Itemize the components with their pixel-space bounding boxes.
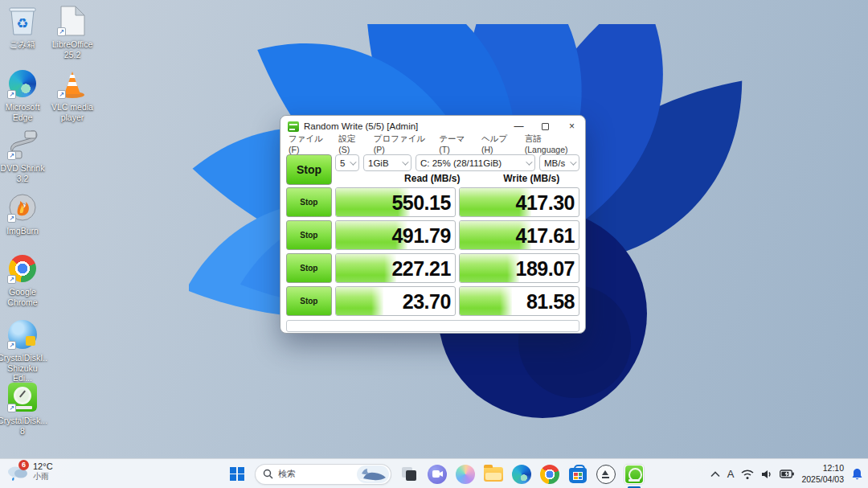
menu-settings[interactable]: 設定(S) <box>338 133 363 154</box>
desktop-icon-label: Google Chrome <box>0 287 48 307</box>
search-box[interactable]: 検索 <box>255 464 391 485</box>
benchmark-row: Stop 23.70 81.58 <box>286 286 579 316</box>
copilot-icon <box>456 465 475 484</box>
edge-icon <box>512 465 531 484</box>
menu-theme[interactable]: テーマ(T) <box>439 133 471 154</box>
edge-button[interactable] <box>511 464 532 485</box>
file-explorer-button[interactable] <box>483 464 504 485</box>
chrome-button[interactable] <box>539 464 560 485</box>
stop-row-button[interactable]: Stop <box>286 220 332 250</box>
svg-text:♻: ♻ <box>16 16 28 31</box>
tray-chevron-up-icon[interactable] <box>710 471 720 478</box>
benchmark-row: Stop 227.21 189.07 <box>286 253 579 283</box>
desktop-icon-crystaldiskinfo[interactable]: ↗ CrystalDiskI.. Shizuku Edi... <box>0 318 48 383</box>
desktop-icon-label: ごみ箱 <box>0 39 48 50</box>
menu-profile[interactable]: プロファイル(P) <box>374 133 429 154</box>
desktop-icon-label: ImgBurn <box>0 226 48 236</box>
battery-icon[interactable] <box>780 470 794 478</box>
read-value: 227.21 <box>391 256 450 280</box>
search-placeholder: 検索 <box>278 468 357 480</box>
stop-row-button[interactable]: Stop <box>286 187 332 217</box>
chrome-icon <box>540 465 559 484</box>
menu-language[interactable]: 言語(Language) <box>525 133 577 154</box>
desktop-icon-label: CrystalDisk... 8 <box>0 416 48 436</box>
chat-button[interactable] <box>427 464 448 485</box>
window-title: Random Write (5/5) [Admin] <box>304 121 506 131</box>
menu-help[interactable]: ヘルプ(H) <box>481 133 514 154</box>
read-bar <box>336 287 383 315</box>
shortcut-arrow-icon: ↗ <box>7 341 16 350</box>
write-value: 189.07 <box>516 256 575 280</box>
desktop-icon-imgburn[interactable]: ↗ ImgBurn <box>0 191 48 236</box>
read-bar <box>336 254 397 282</box>
weather-widget[interactable]: 6 12°C 小雨 <box>6 461 53 482</box>
crystaldiskmark-window: Random Write (5/5) [Admin] — × ファイル(F) 設… <box>280 115 586 334</box>
write-column-header: Write (MB/s) <box>484 173 580 184</box>
recycle-bin-icon: ♻ <box>9 6 36 36</box>
target-drive-select[interactable]: C: 25% (28/111GiB) <box>416 154 535 171</box>
desktop-icon-crystaldiskmark[interactable]: ↗ CrystalDisk... 8 <box>0 381 48 436</box>
desktop-icon-label: DVD Shrink 3.2 <box>0 163 48 183</box>
benchmark-row: Stop 491.79 417.61 <box>286 220 579 250</box>
column-headers: Read (MB/s) Write (MB/s) <box>384 171 579 184</box>
clock[interactable]: 12:10 2025/04/03 <box>801 463 844 484</box>
volume-icon[interactable] <box>761 470 772 479</box>
copilot-button[interactable] <box>455 464 476 485</box>
write-value: 417.61 <box>516 223 575 247</box>
desktop-icon-recycle-bin[interactable]: ♻ ごみ箱 <box>0 5 48 50</box>
desktop-icon-google-chrome[interactable]: ↗ Google Chrome <box>0 252 48 307</box>
shortcut-arrow-icon: ↗ <box>57 27 66 36</box>
stop-row-button[interactable]: Stop <box>286 286 332 316</box>
crystaldiskmark-taskbar-button[interactable] <box>624 464 645 485</box>
write-result-cell: 417.30 <box>459 187 579 217</box>
write-result-cell: 189.07 <box>459 253 579 283</box>
task-view-button[interactable] <box>399 464 420 485</box>
notification-badge: 6 <box>18 460 29 470</box>
shortcut-arrow-icon: ↗ <box>7 275 16 284</box>
desktop-icon-microsoft-edge[interactable]: ↗ Microsoft Edge <box>0 68 48 122</box>
read-result-cell: 23.70 <box>335 286 456 316</box>
read-result-cell: 491.79 <box>335 220 456 250</box>
read-value: 23.70 <box>403 289 451 313</box>
desktop-icon-dvd-shrink[interactable]: ↗ DVD Shrink 3.2 <box>0 129 48 183</box>
benchmark-row: Stop 550.15 417.30 <box>286 187 579 217</box>
chat-icon <box>428 465 447 484</box>
chevron-down-icon <box>402 158 408 165</box>
shortcut-arrow-icon: ↗ <box>7 214 16 223</box>
read-value: 491.79 <box>391 223 450 247</box>
chevron-down-icon <box>526 158 532 165</box>
store-button[interactable] <box>567 464 588 485</box>
test-count-select[interactable]: 5 <box>335 154 359 171</box>
search-icon <box>263 469 273 479</box>
unit-select[interactable]: MB/s <box>539 154 579 171</box>
crystaldiskmark-icon <box>625 465 643 483</box>
desktop-icon-vlc[interactable]: ↗ VLC media player <box>47 68 98 122</box>
write-value: 417.30 <box>516 191 575 214</box>
stop-all-button[interactable]: Stop <box>286 154 332 185</box>
crystaldiskmark-app-icon <box>288 121 299 132</box>
eject-icon <box>596 465 616 484</box>
write-result-cell: 417.61 <box>459 220 579 250</box>
test-size-select[interactable]: 1GiB <box>363 154 411 171</box>
shortcut-arrow-icon: ↗ <box>7 90 16 99</box>
desktop-icon-label: CrystalDiskI.. Shizuku Edi... <box>0 353 48 383</box>
file-explorer-icon <box>484 467 503 482</box>
search-daily-image <box>357 465 389 483</box>
ime-indicator[interactable]: A <box>727 468 735 480</box>
wifi-icon[interactable] <box>741 470 754 479</box>
menu-file[interactable]: ファイル(F) <box>289 133 328 154</box>
menubar: ファイル(F) 設定(S) プロファイル(P) テーマ(T) ヘルプ(H) 言語… <box>280 137 585 151</box>
stop-row-button[interactable]: Stop <box>286 253 332 283</box>
desktop-icon-label: Microsoft Edge <box>0 102 48 122</box>
shortcut-arrow-icon: ↗ <box>7 404 16 412</box>
shortcut-arrow-icon: ↗ <box>7 151 16 160</box>
taskbar: 6 12°C 小雨 検索 A 12:10 <box>0 458 868 488</box>
write-value: 81.58 <box>526 289 575 313</box>
read-column-header: Read (MB/s) <box>384 173 481 184</box>
write-bar <box>460 254 519 282</box>
windows-logo-icon <box>230 467 244 482</box>
notification-bell-icon[interactable] <box>851 468 863 481</box>
start-button[interactable] <box>227 464 248 485</box>
desktop-icon-libreoffice[interactable]: ↗ LibreOffice 25.2 <box>47 5 98 59</box>
eject-button[interactable] <box>596 464 616 485</box>
